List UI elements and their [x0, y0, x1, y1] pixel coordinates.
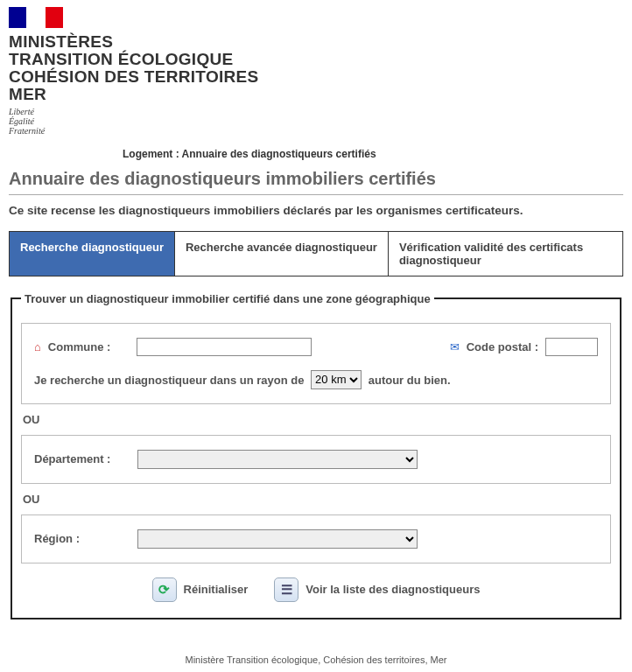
- departement-select[interactable]: [137, 450, 418, 469]
- radius-post-text: autour du bien.: [369, 373, 451, 386]
- tab-verification[interactable]: Vérification validité des certificats di…: [389, 232, 622, 276]
- tab-recherche-avancee[interactable]: Recherche avancée diagnostiqueur: [175, 232, 389, 276]
- divider: [9, 194, 623, 195]
- tabs: Recherche diagnostiqueur Recherche avanc…: [9, 231, 623, 276]
- footer-ministere: Ministère Transition écologique, Cohésio…: [9, 654, 623, 665]
- search-fieldset: Trouver un diagnostiqueur immobilier cer…: [11, 292, 621, 620]
- action-row: ⟳ Réinitialiser ☰ Voir la liste des diag…: [21, 578, 611, 602]
- fieldset-legend: Trouver un diagnostiqueur immobilier cer…: [21, 292, 434, 305]
- reset-button[interactable]: ⟳ Réinitialiser: [152, 578, 249, 602]
- footer: Ministère Transition écologique, Cohésio…: [9, 654, 623, 672]
- radius-line: Je recherche un diagnostiqueur dans un r…: [34, 370, 598, 389]
- region-label: Région :: [34, 532, 130, 545]
- mail-icon: ✉: [450, 340, 460, 354]
- codepostal-label: Code postal :: [467, 340, 538, 354]
- ministere-name: MINISTÈRES TRANSITION ÉCOLOGIQUE COHÉSIO…: [9, 33, 623, 103]
- page-subtitle: Ce site recense les diagnostiqueurs immo…: [9, 204, 623, 217]
- page-title: Annuaire des diagnostiqueurs immobiliers…: [9, 169, 623, 189]
- breadcrumb: Logement : Annuaire des diagnostiqueurs …: [9, 148, 623, 160]
- radius-select[interactable]: 20 km: [311, 370, 362, 389]
- gov-header: MINISTÈRES TRANSITION ÉCOLOGIQUE COHÉSIO…: [9, 7, 623, 136]
- codepostal-input[interactable]: [545, 338, 598, 356]
- region-select[interactable]: [137, 529, 418, 549]
- block-region: Région :: [21, 514, 611, 564]
- separator-ou-2: OU: [23, 493, 609, 506]
- block-departement: Département :: [21, 435, 611, 484]
- block-commune: ⌂ Commune : ✉ Code postal : Je recherche…: [21, 323, 611, 404]
- reset-label: Réinitialiser: [184, 583, 249, 596]
- radius-pre-text: Je recherche un diagnostiqueur dans un r…: [34, 373, 304, 386]
- separator-ou-1: OU: [23, 413, 609, 426]
- departement-label: Département :: [34, 452, 130, 466]
- refresh-icon: ⟳: [152, 578, 177, 602]
- devise: Liberté Égalité Fraternité: [9, 107, 623, 136]
- commune-label: Commune :: [48, 340, 111, 354]
- list-label: Voir la liste des diagnostiqueurs: [305, 583, 480, 596]
- french-flag-logo: [9, 7, 623, 28]
- list-icon: ☰: [274, 578, 298, 602]
- list-button[interactable]: ☰ Voir la liste des diagnostiqueurs: [274, 578, 480, 602]
- house-icon: ⌂: [34, 340, 41, 354]
- commune-input[interactable]: [137, 338, 312, 356]
- tab-recherche[interactable]: Recherche diagnostiqueur: [10, 232, 175, 276]
